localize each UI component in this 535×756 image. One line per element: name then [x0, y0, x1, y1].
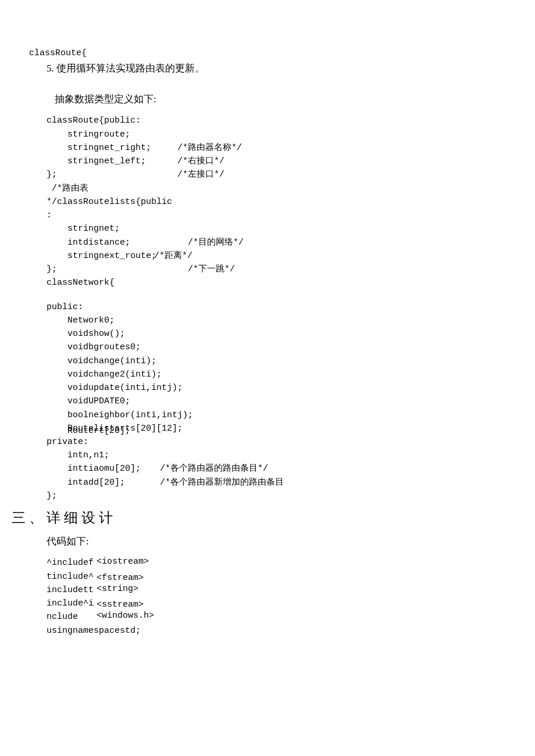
code-comment: /*左接口*/	[177, 168, 224, 181]
code-block-private: inttiaomu[20];/*各个路由器的路由条目*/ intadd[20];…	[47, 462, 506, 503]
code-text: };	[47, 489, 142, 503]
code-text: voidupdate(inti,intj);	[47, 381, 506, 395]
code-text: boolneighbor(inti,intj);	[47, 409, 506, 422]
code-text: voidUPDATE0;	[47, 395, 506, 408]
code-block-includes: ^includef<iostream>tinclude^<fstream>inc…	[47, 556, 506, 637]
code-text: intadd[20];	[47, 476, 142, 489]
code-text: include^i	[47, 597, 93, 610]
numbered-item-5: 5. 使用循环算法实现路由表的更新。	[47, 60, 506, 78]
code-text: :	[47, 209, 160, 222]
code-comment: /*路由器名称*/	[177, 141, 242, 155]
code-text: };	[47, 263, 160, 276]
code-text: stringroute;	[47, 128, 160, 141]
code-comment: /*下一跳*/	[177, 263, 235, 276]
code-comment: /*右接口*/	[177, 155, 224, 168]
code-text: voidchange(inti);	[47, 354, 506, 368]
code-text: usingnamespacestd;	[47, 624, 141, 637]
code-comment: /*各个路由器的路由条目*/	[160, 462, 268, 475]
code-text: intdistance;	[47, 236, 160, 249]
code-block-public: public: Network0; voidshow(); voidbgrout…	[47, 300, 506, 463]
code-comment: /*各个路由器新增加的路由条目	[160, 476, 284, 489]
code-text: stringnet_left;	[47, 155, 160, 168]
code-comment: /*距离*/	[154, 249, 192, 263]
code-text: */classRoutelists{public	[47, 195, 160, 209]
code-text: tinclude^	[47, 570, 93, 583]
code-text: stringnext_route;	[47, 249, 160, 263]
code-text: stringnet;	[47, 222, 160, 235]
top-classroute: classRoute{	[29, 46, 506, 60]
code-text: stringnet_right;	[47, 141, 160, 155]
code-text: voidshow();	[47, 327, 506, 341]
code-include-target: <string>	[97, 582, 138, 596]
code-text: /*路由表	[47, 182, 160, 195]
code-block-1: classRoute{public: stringroute; stringne…	[47, 114, 506, 289]
code-text: includett	[47, 583, 93, 597]
code-text: Routelistsrts[20][12]; Routert[20];	[47, 422, 506, 435]
code-text: inttiaomu[20];	[47, 462, 142, 475]
code-text: public:	[47, 300, 506, 314]
code-text: ^includef	[47, 556, 93, 569]
code-include-target: <windows.h>	[97, 609, 154, 622]
abstract-type-title: 抽象数据类型定义如下:	[47, 91, 506, 109]
code-text: Network0;	[47, 314, 506, 327]
code-follows-label: 代码如下:	[47, 533, 506, 551]
code-comment: /*目的网络*/	[177, 236, 244, 249]
code-include-target: <iostream>	[97, 555, 149, 568]
code-text: voidbgroutes0;	[47, 341, 506, 354]
section-heading-3: 三、详细设计	[12, 508, 506, 528]
code-text: intn,n1;	[47, 449, 506, 462]
code-text: classRoute{public:	[47, 114, 160, 127]
code-text: voidchange2(inti);	[47, 368, 506, 381]
code-text: classNetwork{	[47, 276, 160, 289]
code-text: nclude	[47, 610, 93, 624]
code-text: };	[47, 168, 160, 181]
